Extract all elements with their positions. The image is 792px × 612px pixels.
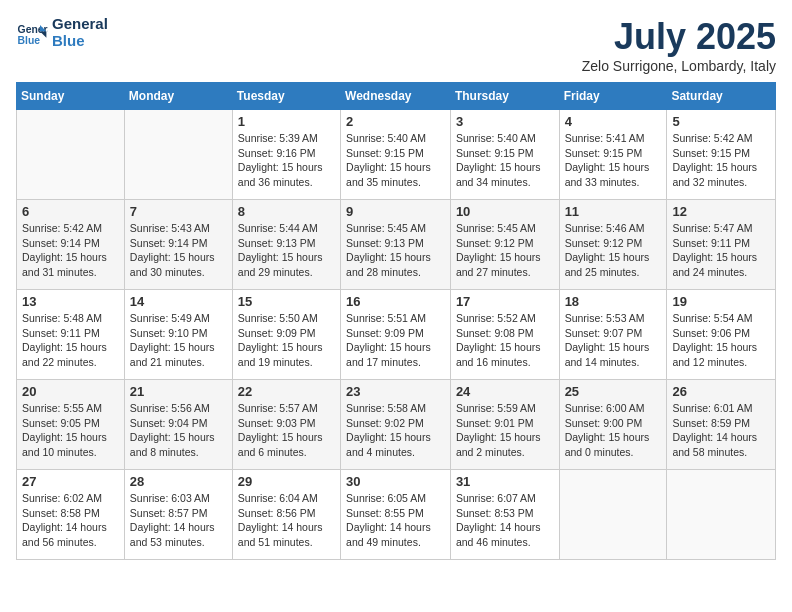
day-number: 27 [22,474,119,489]
week-row-4: 20Sunrise: 5:55 AM Sunset: 9:05 PM Dayli… [17,380,776,470]
col-header-tuesday: Tuesday [232,83,340,110]
day-number: 4 [565,114,662,129]
calendar-cell: 15Sunrise: 5:50 AM Sunset: 9:09 PM Dayli… [232,290,340,380]
cell-content: Sunrise: 6:05 AM Sunset: 8:55 PM Dayligh… [346,491,445,550]
cell-content: Sunrise: 6:03 AM Sunset: 8:57 PM Dayligh… [130,491,227,550]
calendar-cell: 8Sunrise: 5:44 AM Sunset: 9:13 PM Daylig… [232,200,340,290]
cell-content: Sunrise: 5:40 AM Sunset: 9:15 PM Dayligh… [346,131,445,190]
calendar-cell: 19Sunrise: 5:54 AM Sunset: 9:06 PM Dayli… [667,290,776,380]
logo-blue: Blue [52,33,108,50]
day-number: 21 [130,384,227,399]
calendar-cell: 28Sunrise: 6:03 AM Sunset: 8:57 PM Dayli… [124,470,232,560]
day-number: 28 [130,474,227,489]
cell-content: Sunrise: 5:45 AM Sunset: 9:12 PM Dayligh… [456,221,554,280]
calendar-cell: 3Sunrise: 5:40 AM Sunset: 9:15 PM Daylig… [450,110,559,200]
cell-content: Sunrise: 6:07 AM Sunset: 8:53 PM Dayligh… [456,491,554,550]
calendar-cell: 25Sunrise: 6:00 AM Sunset: 9:00 PM Dayli… [559,380,667,470]
cell-content: Sunrise: 5:41 AM Sunset: 9:15 PM Dayligh… [565,131,662,190]
cell-content: Sunrise: 5:53 AM Sunset: 9:07 PM Dayligh… [565,311,662,370]
calendar-cell: 9Sunrise: 5:45 AM Sunset: 9:13 PM Daylig… [341,200,451,290]
day-number: 13 [22,294,119,309]
col-header-thursday: Thursday [450,83,559,110]
cell-content: Sunrise: 5:46 AM Sunset: 9:12 PM Dayligh… [565,221,662,280]
calendar-cell: 29Sunrise: 6:04 AM Sunset: 8:56 PM Dayli… [232,470,340,560]
calendar-cell: 6Sunrise: 5:42 AM Sunset: 9:14 PM Daylig… [17,200,125,290]
calendar-cell: 7Sunrise: 5:43 AM Sunset: 9:14 PM Daylig… [124,200,232,290]
cell-content: Sunrise: 5:40 AM Sunset: 9:15 PM Dayligh… [456,131,554,190]
col-header-wednesday: Wednesday [341,83,451,110]
svg-text:Blue: Blue [18,35,41,46]
calendar-cell: 5Sunrise: 5:42 AM Sunset: 9:15 PM Daylig… [667,110,776,200]
calendar-cell: 13Sunrise: 5:48 AM Sunset: 9:11 PM Dayli… [17,290,125,380]
week-row-3: 13Sunrise: 5:48 AM Sunset: 9:11 PM Dayli… [17,290,776,380]
day-number: 16 [346,294,445,309]
calendar-cell: 22Sunrise: 5:57 AM Sunset: 9:03 PM Dayli… [232,380,340,470]
day-number: 5 [672,114,770,129]
day-number: 15 [238,294,335,309]
cell-content: Sunrise: 5:50 AM Sunset: 9:09 PM Dayligh… [238,311,335,370]
day-number: 11 [565,204,662,219]
location: Zelo Surrigone, Lombardy, Italy [582,58,776,74]
col-header-saturday: Saturday [667,83,776,110]
day-number: 3 [456,114,554,129]
cell-content: Sunrise: 5:42 AM Sunset: 9:14 PM Dayligh… [22,221,119,280]
logo: General Blue General Blue [16,16,108,49]
title-block: July 2025 Zelo Surrigone, Lombardy, Ital… [582,16,776,74]
day-number: 25 [565,384,662,399]
day-number: 9 [346,204,445,219]
cell-content: Sunrise: 5:49 AM Sunset: 9:10 PM Dayligh… [130,311,227,370]
cell-content: Sunrise: 5:54 AM Sunset: 9:06 PM Dayligh… [672,311,770,370]
calendar-cell [667,470,776,560]
cell-content: Sunrise: 6:02 AM Sunset: 8:58 PM Dayligh… [22,491,119,550]
calendar-cell: 26Sunrise: 6:01 AM Sunset: 8:59 PM Dayli… [667,380,776,470]
cell-content: Sunrise: 6:04 AM Sunset: 8:56 PM Dayligh… [238,491,335,550]
calendar-cell: 24Sunrise: 5:59 AM Sunset: 9:01 PM Dayli… [450,380,559,470]
calendar-cell: 30Sunrise: 6:05 AM Sunset: 8:55 PM Dayli… [341,470,451,560]
day-number: 10 [456,204,554,219]
day-number: 29 [238,474,335,489]
calendar-cell [17,110,125,200]
cell-content: Sunrise: 5:58 AM Sunset: 9:02 PM Dayligh… [346,401,445,460]
cell-content: Sunrise: 5:51 AM Sunset: 9:09 PM Dayligh… [346,311,445,370]
calendar-header-row: SundayMondayTuesdayWednesdayThursdayFrid… [17,83,776,110]
day-number: 6 [22,204,119,219]
day-number: 24 [456,384,554,399]
logo-icon: General Blue [16,17,48,49]
cell-content: Sunrise: 5:39 AM Sunset: 9:16 PM Dayligh… [238,131,335,190]
calendar-cell [559,470,667,560]
cell-content: Sunrise: 5:55 AM Sunset: 9:05 PM Dayligh… [22,401,119,460]
col-header-friday: Friday [559,83,667,110]
col-header-sunday: Sunday [17,83,125,110]
calendar-table: SundayMondayTuesdayWednesdayThursdayFrid… [16,82,776,560]
day-number: 18 [565,294,662,309]
week-row-2: 6Sunrise: 5:42 AM Sunset: 9:14 PM Daylig… [17,200,776,290]
day-number: 17 [456,294,554,309]
cell-content: Sunrise: 5:45 AM Sunset: 9:13 PM Dayligh… [346,221,445,280]
cell-content: Sunrise: 5:59 AM Sunset: 9:01 PM Dayligh… [456,401,554,460]
day-number: 31 [456,474,554,489]
calendar-cell: 27Sunrise: 6:02 AM Sunset: 8:58 PM Dayli… [17,470,125,560]
calendar-cell: 31Sunrise: 6:07 AM Sunset: 8:53 PM Dayli… [450,470,559,560]
month-title: July 2025 [582,16,776,58]
cell-content: Sunrise: 5:48 AM Sunset: 9:11 PM Dayligh… [22,311,119,370]
calendar-cell: 10Sunrise: 5:45 AM Sunset: 9:12 PM Dayli… [450,200,559,290]
col-header-monday: Monday [124,83,232,110]
calendar-cell: 20Sunrise: 5:55 AM Sunset: 9:05 PM Dayli… [17,380,125,470]
calendar-cell [124,110,232,200]
page-header: General Blue General Blue July 2025 Zelo… [16,16,776,74]
day-number: 2 [346,114,445,129]
day-number: 14 [130,294,227,309]
day-number: 26 [672,384,770,399]
week-row-1: 1Sunrise: 5:39 AM Sunset: 9:16 PM Daylig… [17,110,776,200]
cell-content: Sunrise: 5:42 AM Sunset: 9:15 PM Dayligh… [672,131,770,190]
calendar-cell: 23Sunrise: 5:58 AM Sunset: 9:02 PM Dayli… [341,380,451,470]
day-number: 8 [238,204,335,219]
calendar-cell: 16Sunrise: 5:51 AM Sunset: 9:09 PM Dayli… [341,290,451,380]
day-number: 20 [22,384,119,399]
day-number: 23 [346,384,445,399]
day-number: 22 [238,384,335,399]
calendar-cell: 11Sunrise: 5:46 AM Sunset: 9:12 PM Dayli… [559,200,667,290]
calendar-cell: 2Sunrise: 5:40 AM Sunset: 9:15 PM Daylig… [341,110,451,200]
cell-content: Sunrise: 5:52 AM Sunset: 9:08 PM Dayligh… [456,311,554,370]
cell-content: Sunrise: 6:01 AM Sunset: 8:59 PM Dayligh… [672,401,770,460]
